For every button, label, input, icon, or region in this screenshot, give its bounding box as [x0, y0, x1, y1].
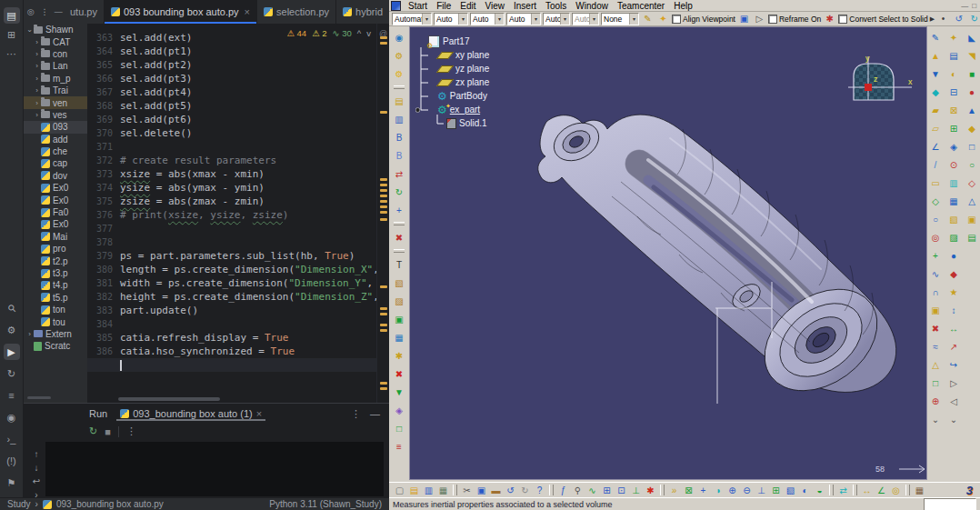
stripe-mark[interactable] — [380, 313, 387, 315]
multi-view-icon[interactable]: ⊞ — [769, 484, 783, 497]
formula-icon[interactable]: ƒ — [556, 484, 570, 497]
tab-utu-py[interactable]: utu.py — [64, 0, 105, 24]
help-icon[interactable]: ? — [533, 484, 546, 497]
stripe-mark[interactable] — [380, 189, 387, 192]
right2-tool-icon-15[interactable]: ★ — [946, 285, 961, 299]
save-icon[interactable]: ▥ — [422, 484, 435, 497]
rotate-icon[interactable]: ◑ — [711, 484, 725, 497]
chevron-icon[interactable]: › — [33, 75, 41, 83]
right2-tool-icon-20[interactable]: ▷ — [946, 375, 961, 390]
compass[interactable]: y x z — [845, 53, 917, 109]
measure-inertia-icon[interactable]: ◎ — [889, 484, 903, 497]
checkbox-reframe-on[interactable]: Reframe On — [768, 15, 821, 24]
stripe-mark[interactable] — [380, 200, 387, 203]
combo-automat-0[interactable]: Automat▾ — [392, 13, 432, 25]
rotate-right-icon[interactable]: ↻ — [967, 12, 980, 25]
redo-icon[interactable]: ↻ — [518, 484, 532, 497]
up-stack-icon[interactable]: ↑ — [35, 449, 39, 459]
right1-tool-icon-4[interactable]: ◆ — [928, 85, 943, 99]
tree-item-cat[interactable]: ›CAT — [24, 35, 87, 47]
stripe-mark[interactable] — [380, 205, 387, 208]
tab-093-bounding-box-auto-py[interactable]: 093 bounding box auto.py× — [105, 0, 257, 24]
problems-icon[interactable]: (!) — [4, 453, 20, 469]
tree-item-ven[interactable]: ›ven — [24, 96, 87, 108]
hide-show-icon[interactable]: ◒ — [813, 484, 826, 497]
right1-tool-icon-2[interactable]: ▲ — [928, 48, 943, 63]
tree-item-t5-p[interactable]: t5.p — [24, 292, 87, 304]
rotate-left-icon[interactable]: ↺ — [952, 12, 965, 25]
interpreter-selector[interactable]: Python 3.11 (Shawn_Study) — [269, 499, 382, 509]
tree-item-fa0[interactable]: Fa0 — [24, 206, 87, 218]
right2-tool-icon-4[interactable]: ⊟ — [946, 85, 961, 99]
right1-tool-icon-22[interactable]: ⌄ — [928, 412, 943, 426]
tree-item-m-p[interactable]: ›m_p — [24, 73, 87, 85]
tree-item-mai[interactable]: Mai — [24, 231, 87, 243]
right1-tool-icon-9[interactable]: ▭ — [928, 175, 943, 190]
combo-arrow-icon[interactable]: ▾ — [531, 14, 540, 25]
right2-tool-icon-10[interactable]: ▦ — [946, 194, 961, 208]
right1-tool-icon-11[interactable]: ○ — [928, 212, 943, 226]
link-icon[interactable]: ⇄ — [392, 166, 406, 181]
stripe-mark[interactable] — [380, 382, 387, 385]
right1-tool-icon-20[interactable]: □ — [928, 375, 943, 390]
stripe-mark[interactable] — [380, 195, 387, 197]
stripe-mark[interactable] — [380, 111, 387, 114]
locate-file-icon[interactable]: ◎ — [25, 6, 35, 17]
right2-tool-icon-7[interactable]: ◈ — [946, 139, 961, 154]
copy-icon[interactable]: ▣ — [475, 484, 488, 497]
chevron-icon[interactable]: › — [25, 330, 34, 338]
menu-window[interactable]: Window — [571, 1, 613, 11]
tree-item-cap[interactable]: cap — [24, 157, 87, 169]
combo-auto-4[interactable]: Auto▾ — [543, 13, 570, 25]
tree-node-solid-1[interactable]: Solid.1 — [415, 116, 561, 130]
zoom-out-icon[interactable]: ⊖ — [740, 484, 754, 497]
tree-item-add[interactable]: add — [24, 134, 87, 145]
combo-auto-2[interactable]: Auto▾ — [470, 13, 505, 25]
tree-item-pro[interactable]: pro — [24, 243, 87, 255]
chevron-icon[interactable]: ⌄ — [25, 25, 34, 34]
code-editor[interactable]: 3633643653663673683693703713723733743753… — [87, 24, 389, 403]
tree-item-ex0[interactable]: Ex0 — [24, 182, 87, 194]
checkbox-box[interactable] — [768, 15, 777, 24]
python-console-icon[interactable]: ↻ — [4, 365, 20, 382]
gear-icon[interactable]: ⚙ — [392, 48, 406, 63]
run-tab[interactable]: 093_bounding box auto (1) × — [116, 406, 265, 421]
menu-view[interactable]: View — [480, 1, 509, 11]
right2-tool-icon-16[interactable]: ↕ — [946, 303, 961, 317]
combo-none-6[interactable]: None▾ — [601, 13, 639, 25]
panel-options-icon[interactable]: ⋮ — [39, 6, 49, 17]
power-input-field[interactable] — [924, 498, 976, 510]
stripe-mark[interactable] — [380, 36, 387, 39]
right1-tool-icon-21[interactable]: ⊕ — [928, 394, 943, 408]
iso-view-icon[interactable]: ▧ — [784, 484, 797, 497]
capture-view-icon[interactable]: ▣ — [737, 12, 751, 25]
tree-item-shawn[interactable]: ⌄Shawn — [24, 24, 87, 35]
right1-tool-icon-6[interactable]: ▱ — [928, 121, 943, 135]
run-console[interactable] — [45, 442, 384, 496]
right1-tool-icon-8[interactable]: / — [928, 157, 943, 172]
tree-item-lan[interactable]: ›Lan — [24, 60, 87, 72]
run-more-icon[interactable]: ⋮ — [351, 408, 361, 420]
checkbox-box[interactable] — [838, 15, 847, 24]
constraint-icon[interactable]: ⊥ — [629, 484, 643, 497]
menu-insert[interactable]: Insert — [509, 1, 541, 11]
document-icon[interactable]: ▥ — [392, 112, 406, 126]
right1-tool-icon-7[interactable]: ∠ — [928, 139, 943, 154]
combo-auto-1[interactable]: Auto▾ — [434, 13, 468, 25]
tree-item-t2-p[interactable]: t2.p — [24, 255, 87, 266]
right2-tool-icon-2[interactable]: ▤ — [946, 48, 961, 63]
right3-tool-icon-3[interactable]: ■ — [965, 66, 979, 81]
right1-tool-icon-1[interactable]: ✎ — [928, 30, 943, 45]
structure-icon[interactable]: ⊞ — [4, 26, 20, 43]
right2-tool-icon-19[interactable]: ↪ — [946, 357, 961, 372]
undo-icon[interactable]: ↺ — [504, 484, 517, 497]
tree-item-ex0[interactable]: Ex0 — [24, 194, 87, 205]
brep-icon[interactable]: B — [392, 130, 406, 145]
chevron-icon[interactable]: › — [33, 86, 41, 95]
image-icon[interactable]: ▦ — [392, 330, 406, 345]
right1-tool-icon-17[interactable]: ✖ — [928, 321, 943, 335]
stripe-mark[interactable] — [380, 218, 387, 221]
right2-tool-icon-13[interactable]: ● — [946, 248, 961, 263]
tree-node-partbody[interactable]: ⚙PartBody — [415, 89, 561, 103]
tree-item-093[interactable]: 093 — [24, 121, 87, 133]
